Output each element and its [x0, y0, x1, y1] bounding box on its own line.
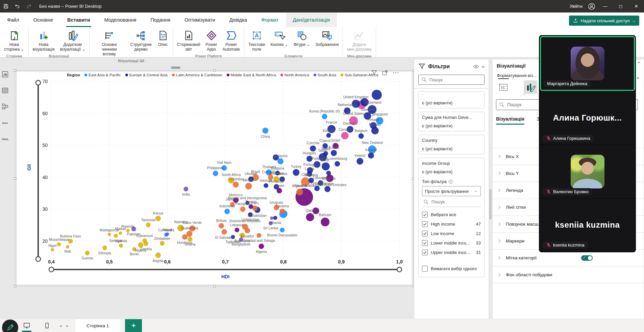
checkbox-icon[interactable] [422, 212, 428, 218]
bubble-Oman[interactable] [277, 188, 282, 194]
ribbon-button[interactable]: AТекстове поле [246, 28, 267, 53]
checkbox-icon[interactable] [422, 266, 428, 272]
desktop-view-icon[interactable] [21, 320, 32, 331]
bubble-Niger[interactable] [51, 248, 54, 252]
data-view-icon[interactable] [1, 86, 9, 95]
mobile-view-icon[interactable] [41, 320, 53, 331]
menu-tab-8[interactable]: Формат [254, 12, 286, 27]
bubble-India[interactable] [183, 187, 188, 191]
bubble-Guatemala[interactable] [187, 231, 193, 237]
bubble-Canada[interactable] [341, 132, 349, 139]
bubble-Angola[interactable] [155, 253, 161, 258]
menu-tab-9[interactable]: Дані/деталізація [286, 12, 337, 27]
bubble-Brunei Darussalam[interactable] [280, 228, 284, 232]
bubble-Panama[interactable] [279, 209, 285, 214]
undo-icon[interactable] [11, 0, 23, 12]
bubble-Bolivia[interactable] [219, 223, 224, 229]
participant-tile[interactable]: Маргарита Дейнека [540, 36, 635, 91]
bubble-Qatar[interactable] [306, 213, 314, 221]
checkbox-icon[interactable] [422, 231, 428, 236]
bubble-Mexico[interactable] [245, 183, 252, 189]
filter-option-row[interactable]: High income47 [422, 219, 481, 229]
bubble-Estonia[interactable] [326, 133, 331, 138]
participant-tile[interactable]: Алина Горюшк...Алина Горюшкина [540, 92, 635, 144]
resize-handle[interactable] [213, 69, 216, 72]
menu-tab-2[interactable]: Основне [26, 12, 60, 27]
filter-option-row[interactable]: Upper middle inco...31 [422, 248, 481, 257]
filters-search-input[interactable] [429, 77, 477, 82]
filter-card[interactable]: -є (усі варіанти) [418, 91, 485, 108]
bubble-Indonesia[interactable] [224, 209, 230, 214]
bubble-Mali[interactable] [66, 245, 69, 249]
bubble-Honduras[interactable] [182, 234, 188, 240]
collapse-pane-icon[interactable]: » [482, 63, 485, 69]
filter-card[interactable]: Countryє (усі варіанти) [418, 135, 485, 154]
resize-handle[interactable] [14, 177, 16, 180]
participant-tile[interactable]: kseniia kuzminakseniia kuzmina [540, 199, 635, 251]
filter-icon[interactable] [371, 70, 377, 76]
bubble-Austria[interactable] [331, 150, 337, 156]
resize-handle[interactable] [14, 69, 16, 72]
ribbon-button[interactable]: Нова сторінка ⌄ [2, 28, 26, 53]
bubble-Zambia[interactable] [144, 241, 148, 246]
filters-search[interactable] [418, 75, 485, 85]
account-avatar-icon[interactable] [586, 0, 597, 12]
bubble-Philippines[interactable] [213, 171, 218, 176]
bubble-Turkey[interactable] [293, 169, 299, 176]
format-visual-icon[interactable] [524, 80, 537, 94]
bubble-Madagascar[interactable] [108, 233, 111, 236]
format-section-Фон області побудови[interactable]: Фон області побудови [493, 266, 644, 283]
bubble-Tanzania[interactable] [146, 223, 151, 227]
checkbox-icon[interactable] [422, 221, 428, 227]
scatter-plot-svg[interactable]: 7060504030200,40,50,60,70,80,91,0GIIHDIS… [19, 74, 407, 283]
menu-tab-7[interactable]: Довідка [222, 12, 254, 27]
bubble-Ecuador[interactable] [245, 228, 250, 233]
bubble-chart[interactable]: 7060504030200,40,50,60,70,80,91,0GIIHDIS… [19, 74, 407, 283]
bubble-Bahrain[interactable] [321, 218, 329, 226]
filter-card[interactable]: Income Groupє (усі варіанти)Тип фільтраП… [418, 158, 485, 277]
filter-option-search[interactable] [422, 197, 481, 207]
ribbon-button[interactable]: Фігури ⌄ [292, 28, 312, 48]
bubble-Korea (Republic of)[interactable] [322, 114, 327, 119]
maximize-button[interactable]: ◻ [613, 0, 628, 12]
filter-card[interactable]: Сума для Human Deve...є (усі варіанти) [418, 112, 485, 131]
bubble-Zimbabwe[interactable] [160, 241, 165, 246]
menu-tab-3[interactable]: Вставити [60, 12, 97, 27]
bubble-Paraguay[interactable] [240, 206, 246, 212]
menu-tab-5[interactable]: Подання [143, 12, 177, 27]
bubble-Colombia[interactable] [233, 182, 239, 188]
bubble-Trinidad and Tobago[interactable] [257, 233, 262, 238]
bubble-Ireland[interactable] [356, 158, 363, 165]
filter-type-dropdown[interactable]: Просте фільтрування [422, 186, 481, 196]
bubble-Iceland[interactable] [368, 152, 374, 158]
toggle-on-icon[interactable] [581, 255, 593, 261]
bubble-unlabeled[interactable] [372, 90, 382, 100]
filter-option-row[interactable]: Lower middle inco...33 [422, 238, 481, 248]
dax-view-icon[interactable]: DAX [1, 119, 9, 127]
close-button[interactable]: ✕ [628, 0, 644, 12]
more-options-icon[interactable] [393, 70, 399, 76]
viz-tab-1[interactable]: Візуалізація [496, 116, 524, 125]
chevron-up-icon[interactable]: ⌃ [637, 61, 641, 67]
bubble-Ethiopia[interactable] [102, 246, 107, 250]
bubble-Slovenia[interactable] [326, 171, 331, 176]
ribbon-button[interactable]: Сторінковий звіт [175, 28, 202, 53]
bubble-Algeria[interactable] [258, 244, 264, 249]
bubble-Malawi[interactable] [119, 231, 122, 235]
bubble-Italy[interactable] [322, 162, 330, 171]
menu-tab-6[interactable]: Оптимізувати [177, 12, 222, 27]
ribbon-button[interactable]: Power Automate [221, 28, 242, 53]
bubble-unlabeled[interactable] [270, 216, 273, 220]
share-button[interactable]: Надати спільний доступ ⌄ [569, 16, 639, 26]
collapse-pane-icon[interactable]: » [637, 75, 641, 80]
filter-option-row[interactable]: Low income12 [422, 229, 481, 238]
next-page-icon[interactable]: ▸ [67, 323, 69, 328]
bubble-Uganda[interactable] [119, 244, 123, 248]
bubble-Kenya[interactable] [155, 216, 161, 221]
canvas-scrollbar[interactable] [171, 67, 180, 69]
menu-tab-1[interactable]: Файл [0, 12, 26, 27]
ribbon-button[interactable]: Power Apps [204, 28, 219, 53]
filter-option-search-input[interactable] [431, 199, 472, 204]
ribbon-button[interactable]: Нова візуалізація [31, 28, 57, 53]
add-page-button[interactable]: + [125, 319, 142, 332]
